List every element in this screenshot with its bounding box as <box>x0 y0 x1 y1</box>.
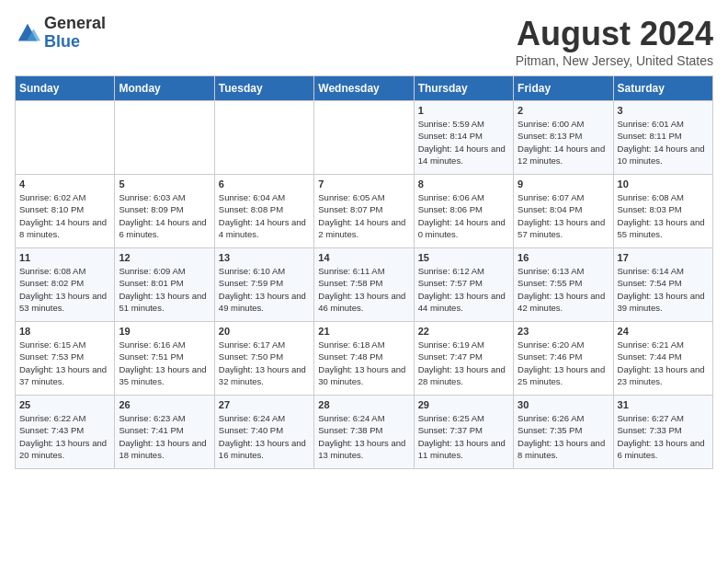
day-cell: 1Sunrise: 5:59 AMSunset: 8:14 PMDaylight… <box>414 101 513 175</box>
day-info: Sunrise: 6:00 AMSunset: 8:13 PMDaylight:… <box>518 118 609 167</box>
day-number: 9 <box>518 178 609 190</box>
day-number: 11 <box>19 252 110 263</box>
day-cell: 17Sunrise: 6:14 AMSunset: 7:54 PMDayligh… <box>613 248 712 322</box>
day-number: 4 <box>19 178 110 190</box>
logo: General Blue <box>15 15 106 52</box>
day-info: Sunrise: 5:59 AMSunset: 8:14 PMDaylight:… <box>418 118 509 167</box>
day-number: 2 <box>518 105 609 116</box>
day-info: Sunrise: 6:10 AMSunset: 7:59 PMDaylight:… <box>219 265 310 314</box>
day-cell: 2Sunrise: 6:00 AMSunset: 8:13 PMDaylight… <box>514 101 613 175</box>
day-number: 28 <box>318 399 409 410</box>
location: Pitman, New Jersey, United States <box>516 53 713 68</box>
day-info: Sunrise: 6:13 AMSunset: 7:55 PMDaylight:… <box>518 265 609 314</box>
day-cell: 9Sunrise: 6:07 AMSunset: 8:04 PMDaylight… <box>514 175 613 248</box>
day-cell: 14Sunrise: 6:11 AMSunset: 7:58 PMDayligh… <box>314 248 414 322</box>
day-number: 14 <box>318 252 409 263</box>
day-number: 7 <box>318 178 409 190</box>
day-number: 12 <box>119 252 210 263</box>
week-row-3: 11Sunrise: 6:08 AMSunset: 8:02 PMDayligh… <box>16 248 713 322</box>
week-row-1: 1Sunrise: 5:59 AMSunset: 8:14 PMDaylight… <box>16 101 713 175</box>
day-number: 27 <box>219 399 310 410</box>
day-number: 26 <box>119 399 210 410</box>
day-number: 23 <box>518 326 609 337</box>
day-info: Sunrise: 6:08 AMSunset: 8:03 PMDaylight:… <box>618 191 709 240</box>
logo-blue: Blue <box>44 33 106 52</box>
day-number: 24 <box>618 326 709 337</box>
day-info: Sunrise: 6:05 AMSunset: 8:07 PMDaylight:… <box>318 191 409 240</box>
day-cell: 27Sunrise: 6:24 AMSunset: 7:40 PMDayligh… <box>214 396 313 469</box>
day-cell: 6Sunrise: 6:04 AMSunset: 8:08 PMDaylight… <box>214 175 313 248</box>
day-cell <box>115 101 214 175</box>
day-info: Sunrise: 6:24 AMSunset: 7:40 PMDaylight:… <box>219 412 310 461</box>
day-number: 30 <box>518 399 609 410</box>
day-cell <box>16 101 115 175</box>
header-row: Sunday Monday Tuesday Wednesday Thursday… <box>16 76 713 101</box>
day-cell: 22Sunrise: 6:19 AMSunset: 7:47 PMDayligh… <box>414 322 513 396</box>
day-cell: 5Sunrise: 6:03 AMSunset: 8:09 PMDaylight… <box>115 175 214 248</box>
day-number: 10 <box>618 178 709 190</box>
logo-text: General Blue <box>44 15 106 52</box>
day-number: 19 <box>119 326 210 337</box>
day-number: 20 <box>219 326 310 337</box>
col-saturday: Saturday <box>613 76 712 101</box>
day-number: 1 <box>418 105 509 116</box>
day-cell: 4Sunrise: 6:02 AMSunset: 8:10 PMDaylight… <box>16 175 115 248</box>
day-info: Sunrise: 6:11 AMSunset: 7:58 PMDaylight:… <box>318 265 409 314</box>
day-cell: 11Sunrise: 6:08 AMSunset: 8:02 PMDayligh… <box>16 248 115 322</box>
logo-general: General <box>44 15 106 33</box>
day-number: 29 <box>418 399 509 410</box>
day-cell: 16Sunrise: 6:13 AMSunset: 7:55 PMDayligh… <box>514 248 613 322</box>
day-number: 22 <box>418 326 509 337</box>
day-number: 17 <box>618 252 709 263</box>
day-cell: 30Sunrise: 6:26 AMSunset: 7:35 PMDayligh… <box>514 396 613 469</box>
day-info: Sunrise: 6:02 AMSunset: 8:10 PMDaylight:… <box>19 191 110 240</box>
day-cell <box>314 101 414 175</box>
page-header: General Blue August 2024 Pitman, New Jer… <box>15 15 713 68</box>
day-info: Sunrise: 6:03 AMSunset: 8:09 PMDaylight:… <box>119 191 210 240</box>
day-number: 13 <box>219 252 310 263</box>
day-cell: 13Sunrise: 6:10 AMSunset: 7:59 PMDayligh… <box>214 248 313 322</box>
col-monday: Monday <box>115 76 214 101</box>
day-info: Sunrise: 6:23 AMSunset: 7:41 PMDaylight:… <box>119 412 210 461</box>
day-info: Sunrise: 6:24 AMSunset: 7:38 PMDaylight:… <box>318 412 409 461</box>
day-info: Sunrise: 6:16 AMSunset: 7:51 PMDaylight:… <box>119 339 210 387</box>
day-info: Sunrise: 6:17 AMSunset: 7:50 PMDaylight:… <box>219 339 310 387</box>
day-cell: 26Sunrise: 6:23 AMSunset: 7:41 PMDayligh… <box>115 396 214 469</box>
week-row-5: 25Sunrise: 6:22 AMSunset: 7:43 PMDayligh… <box>16 396 713 469</box>
day-cell: 28Sunrise: 6:24 AMSunset: 7:38 PMDayligh… <box>314 396 414 469</box>
day-cell: 12Sunrise: 6:09 AMSunset: 8:01 PMDayligh… <box>115 248 214 322</box>
day-cell: 3Sunrise: 6:01 AMSunset: 8:11 PMDaylight… <box>613 101 712 175</box>
day-cell: 10Sunrise: 6:08 AMSunset: 8:03 PMDayligh… <box>613 175 712 248</box>
col-friday: Friday <box>514 76 613 101</box>
col-tuesday: Tuesday <box>214 76 313 101</box>
day-cell: 29Sunrise: 6:25 AMSunset: 7:37 PMDayligh… <box>414 396 513 469</box>
day-number: 6 <box>219 178 310 190</box>
day-number: 18 <box>19 326 110 337</box>
day-cell: 7Sunrise: 6:05 AMSunset: 8:07 PMDaylight… <box>314 175 414 248</box>
day-cell: 19Sunrise: 6:16 AMSunset: 7:51 PMDayligh… <box>115 322 214 396</box>
day-number: 15 <box>418 252 509 263</box>
day-info: Sunrise: 6:12 AMSunset: 7:57 PMDaylight:… <box>418 265 509 314</box>
day-info: Sunrise: 6:09 AMSunset: 8:01 PMDaylight:… <box>119 265 210 314</box>
day-info: Sunrise: 6:01 AMSunset: 8:11 PMDaylight:… <box>618 118 709 167</box>
day-cell: 20Sunrise: 6:17 AMSunset: 7:50 PMDayligh… <box>214 322 313 396</box>
day-cell: 21Sunrise: 6:18 AMSunset: 7:48 PMDayligh… <box>314 322 414 396</box>
day-cell: 8Sunrise: 6:06 AMSunset: 8:06 PMDaylight… <box>414 175 513 248</box>
day-info: Sunrise: 6:22 AMSunset: 7:43 PMDaylight:… <box>19 412 110 461</box>
week-row-2: 4Sunrise: 6:02 AMSunset: 8:10 PMDaylight… <box>16 175 713 248</box>
day-info: Sunrise: 6:07 AMSunset: 8:04 PMDaylight:… <box>518 191 609 240</box>
col-thursday: Thursday <box>414 76 513 101</box>
day-info: Sunrise: 6:04 AMSunset: 8:08 PMDaylight:… <box>219 191 310 240</box>
day-info: Sunrise: 6:20 AMSunset: 7:46 PMDaylight:… <box>518 339 609 387</box>
week-row-4: 18Sunrise: 6:15 AMSunset: 7:53 PMDayligh… <box>16 322 713 396</box>
day-cell: 25Sunrise: 6:22 AMSunset: 7:43 PMDayligh… <box>16 396 115 469</box>
col-sunday: Sunday <box>16 76 115 101</box>
title-block: August 2024 Pitman, New Jersey, United S… <box>516 15 713 68</box>
day-cell: 24Sunrise: 6:21 AMSunset: 7:44 PMDayligh… <box>613 322 712 396</box>
day-number: 31 <box>618 399 709 410</box>
day-info: Sunrise: 6:27 AMSunset: 7:33 PMDaylight:… <box>618 412 709 461</box>
col-wednesday: Wednesday <box>314 76 414 101</box>
day-info: Sunrise: 6:08 AMSunset: 8:02 PMDaylight:… <box>19 265 110 314</box>
day-info: Sunrise: 6:18 AMSunset: 7:48 PMDaylight:… <box>318 339 409 387</box>
day-cell: 18Sunrise: 6:15 AMSunset: 7:53 PMDayligh… <box>16 322 115 396</box>
